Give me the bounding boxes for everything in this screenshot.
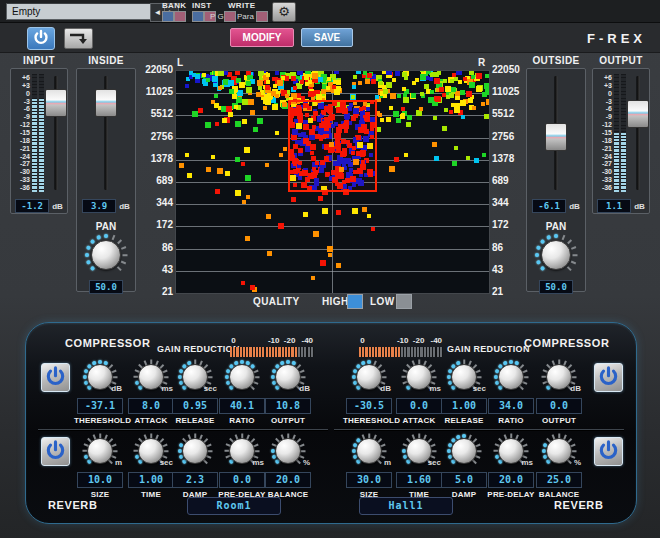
reverb-right-power-button[interactable] xyxy=(594,437,623,466)
outside-pan-knob-cap[interactable] xyxy=(541,240,571,270)
freq-label: 22050 xyxy=(140,64,173,75)
output-knob-left[interactable]: dB xyxy=(270,359,306,395)
attack-knob-cap[interactable] xyxy=(138,364,164,390)
pre-delay-knob-cell-rev-right: ms20.0PRE-DELAY xyxy=(485,433,537,499)
spectrum-point xyxy=(371,79,376,84)
spectrum-point xyxy=(469,82,475,88)
knob-tick xyxy=(382,450,387,452)
balance-knob-cap[interactable] xyxy=(546,438,572,464)
damp-knob-cap[interactable] xyxy=(182,438,208,464)
knob-label: OUTPUT xyxy=(533,416,585,425)
spectrum-point xyxy=(212,76,218,82)
release-knob-left[interactable]: sec xyxy=(177,359,213,395)
knob-unit-label: dB xyxy=(570,384,581,393)
attack-knob-right[interactable]: ms xyxy=(401,359,437,395)
outside-fader-cap[interactable] xyxy=(545,123,567,151)
ratio-knob-cap[interactable] xyxy=(498,364,524,390)
compressor-right-power-button[interactable] xyxy=(594,363,623,392)
thereshold-knob-cap[interactable] xyxy=(87,364,113,390)
damp-knob-rev-right[interactable] xyxy=(446,433,482,469)
inst-led-1[interactable] xyxy=(192,11,204,22)
spectrum-point xyxy=(474,158,479,163)
attack-knob-cap[interactable] xyxy=(406,364,432,390)
spectrum-point xyxy=(454,77,458,81)
pre-delay-knob-cap[interactable] xyxy=(498,438,524,464)
compressor-left-power-button[interactable] xyxy=(41,363,70,392)
reverb-right-preset-selector[interactable]: Hall1 xyxy=(359,497,453,515)
output-fader-track xyxy=(636,76,639,190)
output-knob-cap[interactable] xyxy=(275,364,301,390)
plugin-power-button[interactable] xyxy=(27,27,55,50)
ratio-knob-right[interactable] xyxy=(493,359,529,395)
thereshold-knob-right[interactable]: dB xyxy=(351,359,387,395)
output-knob-right[interactable]: dB xyxy=(541,359,577,395)
inside-fader-cap[interactable] xyxy=(95,89,117,117)
ratio-knob-left[interactable] xyxy=(224,359,260,395)
spectrum-point xyxy=(198,108,203,113)
output-fader-cap[interactable] xyxy=(627,100,649,128)
damp-knob-rev-left[interactable] xyxy=(177,433,213,469)
gr-scale-tick: 0 xyxy=(231,336,235,345)
ratio-knob-cap[interactable] xyxy=(229,364,255,390)
reverb-left-preset-selector[interactable]: Room1 xyxy=(187,497,281,515)
freq-label: 43 xyxy=(492,264,525,275)
spectrum-point xyxy=(293,86,297,90)
pre-delay-knob-rev-left[interactable]: ms xyxy=(224,433,260,469)
inside-fader[interactable] xyxy=(79,74,133,192)
routing-button[interactable] xyxy=(64,28,93,49)
balance-knob-rev-left[interactable]: % xyxy=(270,433,306,469)
attack-knob-left[interactable]: ms xyxy=(133,359,169,395)
bank-led-1[interactable] xyxy=(162,11,174,22)
meter-scale-tick: 0 xyxy=(13,90,30,98)
spectrum-point xyxy=(484,114,489,119)
save-button[interactable]: SAVE xyxy=(301,28,353,47)
damp-knob-cap[interactable] xyxy=(451,438,477,464)
modify-button[interactable]: MODIFY xyxy=(230,28,294,47)
outside-fader[interactable] xyxy=(529,74,583,192)
pg-led[interactable] xyxy=(224,11,236,22)
release-knob-right[interactable]: sec xyxy=(446,359,482,395)
inside-pan-knob[interactable] xyxy=(84,233,128,277)
preset-name-field[interactable]: Empty xyxy=(6,3,153,20)
time-knob-rev-right[interactable]: sec xyxy=(401,433,437,469)
size-knob-rev-left[interactable]: m xyxy=(82,433,118,469)
outside-pan-knob[interactable] xyxy=(534,233,578,277)
output-knob-cap[interactable] xyxy=(546,364,572,390)
quality-high-button[interactable] xyxy=(347,294,363,309)
output-fader[interactable] xyxy=(628,74,647,192)
balance-knob-cap[interactable] xyxy=(275,438,301,464)
bank-led-2[interactable] xyxy=(174,11,186,22)
spectrum-point xyxy=(327,246,333,252)
spectrum-display[interactable] xyxy=(175,70,490,294)
frequency-selection-rect[interactable] xyxy=(288,100,377,192)
input-fader-cap[interactable] xyxy=(45,89,67,117)
pre-delay-knob-rev-right[interactable]: ms xyxy=(493,433,529,469)
spectrum-point xyxy=(468,98,473,103)
ratio-value-right: 34.0 xyxy=(488,398,534,414)
size-knob-cap[interactable] xyxy=(356,438,382,464)
knob-tick xyxy=(113,376,118,378)
spectrum-point xyxy=(434,96,439,101)
time-knob-rev-left[interactable]: sec xyxy=(133,433,169,469)
size-knob-rev-right[interactable]: m xyxy=(351,433,387,469)
spectrum-point xyxy=(185,153,189,157)
inside-pan-knob-cap[interactable] xyxy=(91,240,121,270)
settings-gear-button[interactable]: ⚙ xyxy=(272,2,296,22)
pre-delay-knob-cap[interactable] xyxy=(229,438,255,464)
spectrum-point xyxy=(328,253,332,257)
spectrum-point xyxy=(322,208,328,214)
knob-unit-label: dB xyxy=(299,384,310,393)
gain-reduction-scale: 0-10-20-40 xyxy=(359,336,443,345)
size-knob-cap[interactable] xyxy=(87,438,113,464)
input-fader[interactable] xyxy=(46,74,65,192)
quality-low-button[interactable] xyxy=(396,294,412,309)
thereshold-knob-left[interactable]: dB xyxy=(82,359,118,395)
damp-knob-cell-rev-left: 2.3DAMP xyxy=(169,433,221,499)
balance-knob-rev-right[interactable]: % xyxy=(541,433,577,469)
para-led[interactable] xyxy=(256,11,268,22)
spectrum-point xyxy=(192,73,196,77)
thereshold-knob-cap[interactable] xyxy=(356,364,382,390)
size-value-rev-right: 30.0 xyxy=(346,472,392,488)
output-panel: +6+30-3-6-9-12-15-18-21-24-27-30-33-36 1… xyxy=(592,68,650,214)
reverb-left-power-button[interactable] xyxy=(41,437,70,466)
